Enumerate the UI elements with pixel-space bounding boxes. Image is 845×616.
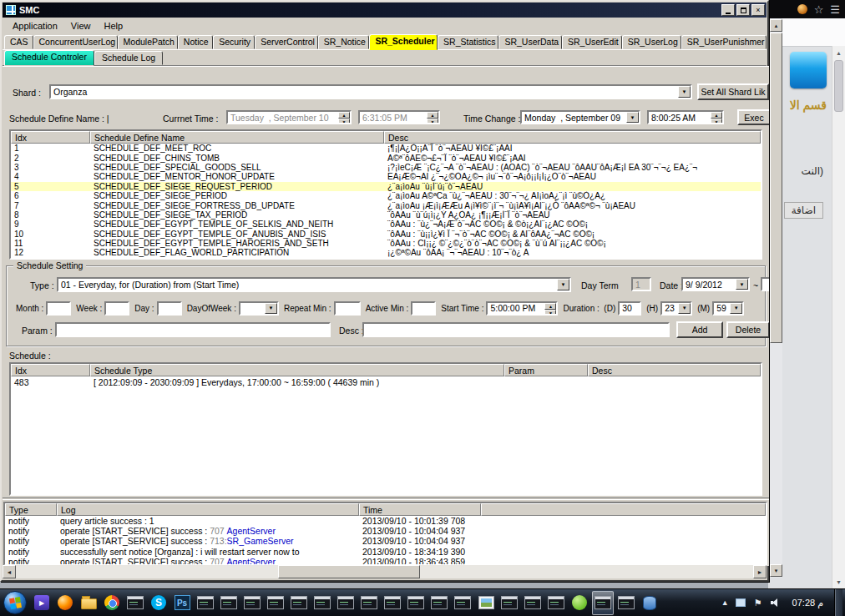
- spinner-icons[interactable]: ▲▼: [544, 303, 556, 314]
- define-row[interactable]: 12SCHEDULE_DEF_FLAG_WORLD_PARTICIPATION¡…: [11, 248, 761, 257]
- define-row[interactable]: 10SCHEDULE_DEF_EGYPT_TEMPLE_OF_ANUBIS_AN…: [11, 230, 761, 239]
- column-header[interactable]: Schedule Type: [90, 364, 504, 376]
- page-link[interactable]: اضافة: [784, 202, 823, 219]
- define-row[interactable]: 4SCHEDULE_DEF_MENTOR_HONOR_UPDATEEA¡Æ©¬A…: [11, 172, 761, 181]
- console-taskbar-icon-active[interactable]: [592, 591, 614, 615]
- define-row[interactable]: 6SCHEDULE_DEF_SIEGE_PERIOD¿¨a¡ìoAu A©ªCa…: [11, 191, 761, 200]
- console-taskbar-icon[interactable]: [405, 591, 427, 615]
- week-input[interactable]: [104, 301, 129, 316]
- log-row[interactable]: notifyoperate [START_SERVICE] success : …: [5, 526, 766, 536]
- chevron-down-icon[interactable]: ▼: [678, 303, 691, 314]
- tab-sr_statistics[interactable]: SR_Statistics: [438, 35, 498, 49]
- duration-m-select[interactable]: 59▼: [712, 301, 744, 316]
- window-horizontal-scrollbar[interactable]: ◄ ►: [3, 565, 767, 578]
- delete-button[interactable]: Delete: [726, 321, 769, 338]
- start-button[interactable]: [3, 591, 27, 614]
- column-header[interactable]: Param: [504, 364, 588, 376]
- window-vertical-scrollbar[interactable]: ▲ ▼: [768, 18, 782, 578]
- duration-d-input[interactable]: 30: [618, 301, 641, 316]
- tab-sr_scheduler[interactable]: SR_Scheduler: [369, 34, 438, 50]
- spinner-icons[interactable]: ▲▼: [427, 112, 438, 123]
- log-row[interactable]: notifysuccessfully sent notice [Organza]…: [5, 547, 766, 557]
- month-input[interactable]: [46, 301, 71, 316]
- chevron-down-icon[interactable]: ▼: [557, 279, 569, 290]
- database-taskbar-icon[interactable]: [639, 591, 660, 615]
- scroll-down-icon[interactable]: ▼: [770, 564, 782, 577]
- current-time-spinner[interactable]: 6:31:05 PM ▲▼: [358, 110, 440, 124]
- menu-application[interactable]: Application: [6, 20, 64, 32]
- chrome-taskbar-icon[interactable]: [101, 591, 123, 615]
- menu-view[interactable]: View: [64, 20, 98, 32]
- active-min-input[interactable]: [411, 301, 436, 316]
- column-header[interactable]: Idx: [11, 364, 90, 376]
- scrollbar-thumb[interactable]: [770, 33, 782, 343]
- scrollbar-thumb[interactable]: [834, 60, 843, 112]
- define-row[interactable]: 5SCHEDULE_DEF_SIEGE_REQUEST_PERIOD¿¨a¡ìo…: [11, 182, 761, 191]
- subtab-schedule-controler[interactable]: Schedule Controler: [4, 50, 94, 66]
- scrollbar-thumb[interactable]: [278, 565, 420, 578]
- tab-concurrentuserlog[interactable]: ConcurrentUserLog: [33, 35, 118, 49]
- tab-sr_userlog[interactable]: SR_UserLog: [622, 35, 681, 49]
- hidden-icons-chevron[interactable]: ▲: [721, 598, 729, 607]
- console-taskbar-icon[interactable]: [615, 591, 637, 615]
- column-header[interactable]: Schedule Define Name: [90, 131, 384, 144]
- column-header[interactable]: Log: [57, 503, 359, 516]
- column-header[interactable]: Type: [5, 503, 57, 516]
- skype-taskbar-icon[interactable]: S: [148, 591, 170, 615]
- desc-input[interactable]: [362, 322, 670, 337]
- subtab-schedule-log[interactable]: Schedule Log: [94, 51, 163, 65]
- console-taskbar-icon[interactable]: [124, 591, 146, 615]
- media-taskbar-icon[interactable]: ▶: [31, 591, 53, 615]
- date-from-select[interactable]: 9/ 9/2012 ▼: [681, 277, 750, 291]
- minimize-button[interactable]: [721, 4, 735, 16]
- console-taskbar-icon[interactable]: [241, 591, 263, 615]
- console-taskbar-icon[interactable]: [288, 591, 310, 615]
- star-icon[interactable]: ☆: [814, 4, 824, 15]
- scroll-up-icon[interactable]: ▲: [770, 19, 782, 32]
- scroll-left-icon[interactable]: ◄: [3, 565, 16, 578]
- console-taskbar-icon[interactable]: [265, 591, 286, 615]
- set-all-shard-button[interactable]: Set All Shard Lik: [697, 83, 769, 100]
- console-taskbar-icon[interactable]: [335, 591, 357, 615]
- console-taskbar-icon[interactable]: [195, 591, 216, 615]
- define-row[interactable]: 9SCHEDULE_DEF_EGYPT_TEMPLE_OF_SELKIS_AND…: [11, 220, 761, 229]
- console-taskbar-icon[interactable]: [382, 591, 403, 615]
- taskbar-clock[interactable]: 07:28 م: [787, 598, 828, 608]
- show-desktop-button[interactable]: [834, 589, 842, 616]
- menu-help[interactable]: Help: [97, 20, 129, 32]
- page-blue-button[interactable]: [790, 52, 827, 88]
- chevron-down-icon[interactable]: ▼: [678, 86, 691, 98]
- chevron-down-icon[interactable]: ▼: [730, 303, 742, 314]
- log-row[interactable]: notifyquery article success : 12013/09/1…: [5, 516, 766, 526]
- dayofweek-select[interactable]: ▼: [239, 301, 279, 316]
- scroll-up-icon[interactable]: ▲: [832, 46, 845, 59]
- column-header[interactable]: Time: [359, 503, 481, 516]
- tray-display-icon[interactable]: [735, 597, 746, 608]
- column-header[interactable]: [481, 503, 766, 516]
- day-term-input[interactable]: 1: [631, 277, 651, 291]
- tab-notice[interactable]: Notice: [178, 35, 213, 49]
- start-time-spinner[interactable]: 5:00:00 PM▲▼: [486, 301, 558, 316]
- badge-icon[interactable]: [797, 4, 807, 14]
- tray-volume-icon[interactable]: [770, 597, 782, 608]
- tab-sr_userpunishmer[interactable]: SR_UserPunishmer: [681, 35, 767, 49]
- console-taskbar-icon[interactable]: [498, 591, 520, 615]
- duration-h-select[interactable]: 23▼: [660, 301, 692, 316]
- column-header[interactable]: Desc: [588, 364, 761, 376]
- column-header[interactable]: Desc: [384, 131, 761, 144]
- define-row[interactable]: 7SCHEDULE_DEF_SIEGE_FORTRESS_DB_UPDATE¿¨…: [11, 200, 761, 210]
- console-taskbar-icon[interactable]: [545, 591, 567, 615]
- folder-taskbar-icon[interactable]: [78, 591, 99, 615]
- chevron-down-icon[interactable]: ▼: [265, 303, 277, 314]
- repeat-min-input[interactable]: [334, 301, 361, 316]
- define-row[interactable]: 3SCHEDULE_DEF_SPECIAL_GOODS_SELL¡?¡ìeC¡Æ…: [11, 163, 761, 172]
- chevron-down-icon[interactable]: ▼: [626, 112, 639, 123]
- console-taskbar-icon[interactable]: [522, 591, 544, 615]
- tab-modulepatch[interactable]: ModulePatch: [118, 35, 178, 49]
- define-row[interactable]: 8SCHEDULE_DEF_SIEGE_TAX_PERIOD¨ôAAu ¨ù¨ú…: [11, 210, 761, 220]
- console-taskbar-icon[interactable]: [311, 591, 333, 615]
- schedule-row[interactable]: 483[ 2012:09:09 - 2030:09:09 ] Everydays…: [11, 376, 761, 387]
- image-taskbar-icon[interactable]: [475, 591, 497, 615]
- type-select[interactable]: 01 - Everyday, for (Duration) from (Star…: [57, 277, 571, 292]
- change-time-spinner[interactable]: 8:00:25 AM ▲▼: [647, 110, 724, 124]
